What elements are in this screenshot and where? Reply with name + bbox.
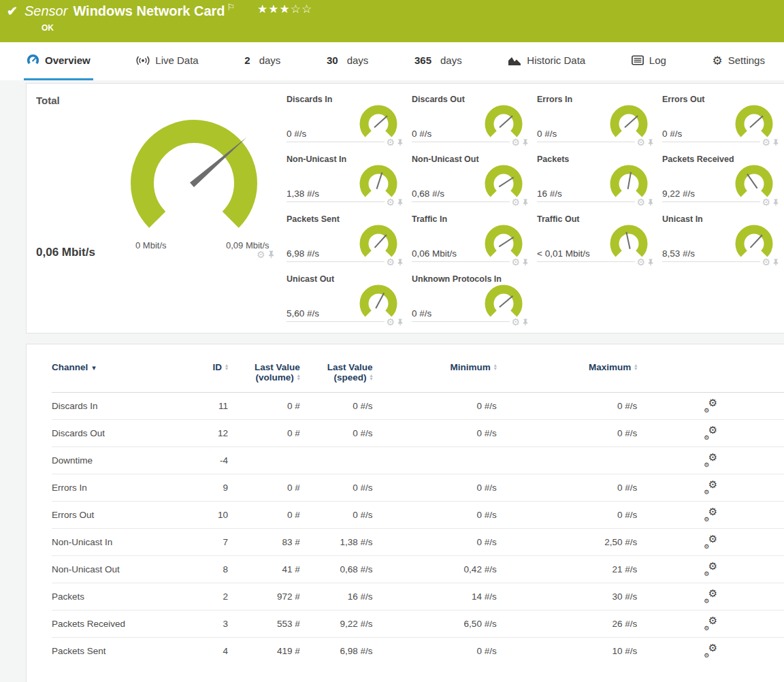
- tab-365-days[interactable]: 365 days: [412, 42, 465, 80]
- last-value-volume-cell: 419 #: [228, 638, 300, 665]
- channel-name-cell: Non-Unicast Out: [52, 556, 198, 583]
- pin-icon[interactable]: [522, 198, 529, 206]
- gauge-settings-icon[interactable]: ⚙: [257, 250, 265, 259]
- total-gauge-actions: ⚙: [257, 250, 275, 259]
- pin-icon[interactable]: [522, 318, 529, 326]
- gauge-settings-icon[interactable]: ⚙: [636, 138, 645, 146]
- channel-name-cell: Non-Unicast In: [52, 529, 198, 556]
- maximum-cell: 10 #/s: [497, 638, 638, 665]
- column-header-id[interactable]: ID▴▾: [198, 362, 228, 393]
- pin-icon[interactable]: [772, 138, 779, 146]
- area-chart-icon: [508, 55, 521, 66]
- column-header-channel[interactable]: Channel▾: [52, 362, 198, 393]
- tab-settings[interactable]: ⚙ Settings: [709, 42, 767, 80]
- gauge-settings-icon[interactable]: ⚙: [762, 258, 770, 266]
- gauge-settings-icon[interactable]: ⚙: [636, 258, 645, 266]
- channel-settings-icon[interactable]: ⚙⚙: [704, 589, 717, 602]
- tab-30-days[interactable]: 30 days: [324, 42, 371, 80]
- pin-icon[interactable]: [647, 198, 654, 206]
- table-row[interactable]: Non-Unicast Out841 #0,68 #/s0,42 #/s21 #…: [52, 556, 784, 583]
- table-row[interactable]: Packets2972 #16 #/s14 #/s30 #/s⚙⚙: [52, 583, 784, 611]
- pin-icon[interactable]: [647, 258, 654, 266]
- table-row[interactable]: Errors Out100 #0 #/s0 #/s0 #/s⚙⚙: [52, 502, 784, 529]
- gauge-settings-icon[interactable]: ⚙: [636, 198, 645, 206]
- gauge-value: 0 #/s: [537, 129, 557, 139]
- gauge-cell-non-unicast-out: Non-Unicast Out0,68 #/s⚙: [412, 153, 527, 202]
- table-row[interactable]: Non-Unicast In783 #1,38 #/s0 #/s2,50 #/s…: [52, 529, 784, 556]
- pin-icon[interactable]: [397, 138, 404, 146]
- gauge-settings-icon[interactable]: ⚙: [762, 138, 770, 146]
- column-header-last-speed[interactable]: Last Value(speed)▴▾: [300, 362, 373, 393]
- channel-id-cell: 10: [198, 502, 228, 529]
- channel-settings-icon[interactable]: ⚙⚙: [704, 508, 717, 520]
- minimum-cell: 6,50 #/s: [372, 611, 496, 638]
- gauge-settings-icon[interactable]: ⚙: [511, 138, 520, 146]
- channel-settings-icon[interactable]: ⚙⚙: [704, 644, 717, 656]
- gauge-icon: [27, 54, 39, 67]
- tab-log[interactable]: Log: [629, 42, 669, 80]
- gauge-settings-icon[interactable]: ⚙: [511, 258, 520, 266]
- pin-icon[interactable]: [267, 250, 275, 259]
- maximum-cell: 0 #/s: [497, 420, 638, 447]
- minimum-cell: 0 #/s: [372, 502, 496, 529]
- sort-icon[interactable]: ▴▾: [225, 363, 228, 370]
- gauge-settings-icon[interactable]: ⚙: [762, 198, 770, 206]
- gauge-settings-icon[interactable]: ⚙: [386, 198, 395, 206]
- channel-settings-icon[interactable]: ⚙⚙: [704, 453, 717, 466]
- table-row[interactable]: Downtime-4⚙⚙: [52, 447, 784, 474]
- table-row[interactable]: Discards In110 #0 #/s0 #/s0 #/s⚙⚙: [52, 393, 784, 420]
- table-row[interactable]: Packets Sent4419 #6,98 #/s0 #/s10 #/s⚙⚙: [52, 638, 784, 665]
- last-value-volume-cell: 0 #: [228, 474, 300, 502]
- gauge-settings-icon[interactable]: ⚙: [386, 258, 395, 266]
- last-value-volume-cell: 0 #: [228, 420, 300, 447]
- pin-icon[interactable]: [397, 198, 404, 206]
- sort-icon[interactable]: ▴▾: [297, 374, 300, 380]
- gauge-title: Packets: [537, 155, 569, 164]
- gauge-settings-icon[interactable]: ⚙: [511, 318, 520, 326]
- pin-icon[interactable]: [522, 138, 529, 146]
- channel-settings-icon[interactable]: ⚙⚙: [704, 562, 717, 574]
- page-title: Windows Network Card: [73, 3, 225, 18]
- gauge-settings-icon[interactable]: ⚙: [386, 318, 395, 326]
- tab-historic-data[interactable]: Historic Data: [505, 42, 588, 80]
- gauge-actions: ⚙: [510, 138, 529, 146]
- table-row[interactable]: Errors In90 #0 #/s0 #/s0 #/s⚙⚙: [52, 474, 784, 502]
- channel-settings-icon[interactable]: ⚙⚙: [704, 535, 717, 547]
- pin-icon[interactable]: [522, 258, 529, 266]
- channel-settings-icon[interactable]: ⚙⚙: [704, 481, 717, 493]
- gauge-settings-icon[interactable]: ⚙: [386, 138, 395, 146]
- gauge-cell-discards-in: Discards In0 #/s⚙: [287, 93, 402, 142]
- channel-settings-icon[interactable]: ⚙⚙: [704, 617, 717, 629]
- pin-icon[interactable]: [772, 258, 779, 266]
- gauge-settings-icon[interactable]: ⚙: [511, 198, 520, 206]
- pin-icon[interactable]: [397, 318, 404, 326]
- tab-live-data[interactable]: Live Data: [133, 42, 201, 80]
- channel-id-cell: 8: [198, 556, 228, 583]
- tab-2-days[interactable]: 2 days: [242, 42, 283, 80]
- pin-icon[interactable]: [397, 258, 404, 266]
- tab-overview[interactable]: Overview: [24, 42, 93, 80]
- table-row[interactable]: Packets Received3553 #9,22 #/s6,50 #/s26…: [52, 611, 784, 638]
- table-row[interactable]: Discards Out120 #0 #/s0 #/s0 #/s⚙⚙: [52, 420, 784, 447]
- column-header-maximum[interactable]: Maximum▴▾: [497, 362, 638, 393]
- priority-stars[interactable]: ★★★☆☆: [257, 2, 312, 16]
- channel-actions-cell: ⚙⚙: [637, 420, 784, 447]
- column-header-minimum[interactable]: Minimum▴▾: [372, 362, 496, 393]
- sort-icon[interactable]: ▴▾: [494, 363, 497, 370]
- pin-icon[interactable]: [647, 138, 654, 146]
- pin-icon[interactable]: [772, 198, 779, 206]
- gauge-cell-errors-out: Errors Out0 #/s⚙: [662, 93, 778, 142]
- minimum-cell: 0 #/s: [372, 393, 496, 420]
- gauge-value: 5,60 #/s: [287, 308, 319, 319]
- channel-settings-icon[interactable]: ⚙⚙: [704, 426, 717, 438]
- total-gauge-scale-min: 0 Mbit/s: [135, 240, 167, 250]
- sort-icon[interactable]: ▴▾: [634, 363, 637, 370]
- channel-menu-arrow-icon[interactable]: ▾: [92, 363, 96, 372]
- last-value-speed-cell: 0 #/s: [300, 393, 373, 420]
- column-header-last-volume[interactable]: Last Value(volume)▴▾: [228, 362, 300, 393]
- sort-icon[interactable]: ▴▾: [370, 374, 372, 380]
- flag-icon[interactable]: ⚐: [227, 2, 235, 12]
- gauge-value: 9,22 #/s: [662, 189, 695, 199]
- log-list-icon: [632, 55, 644, 65]
- channel-settings-icon[interactable]: ⚙⚙: [704, 399, 717, 411]
